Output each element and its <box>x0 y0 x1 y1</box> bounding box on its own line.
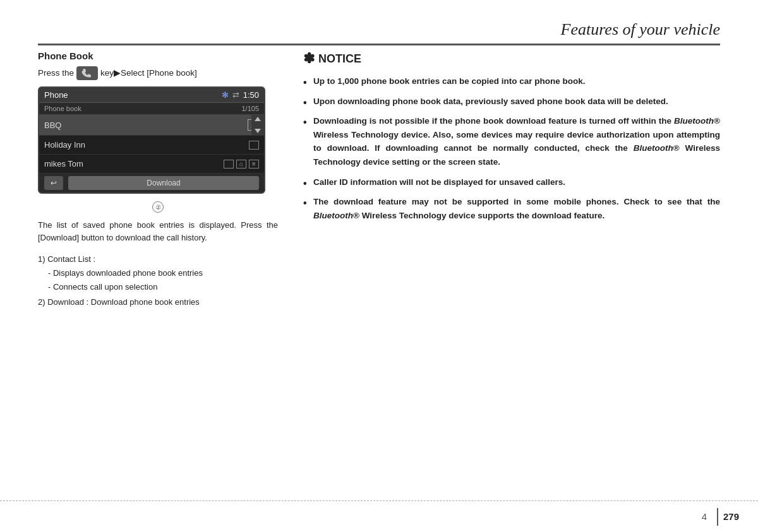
main-content: Phone Book Press the key▶Select [Phone b… <box>38 50 720 494</box>
notice-label: NOTICE <box>318 52 361 66</box>
left-column: Phone Book Press the key▶Select [Phone b… <box>38 50 278 494</box>
phone-footer: ↩ Download <box>39 174 264 192</box>
phone-row-holiday[interactable]: Holiday Inn <box>39 136 264 155</box>
row-mikestom-icons: ⌂ ≡ <box>224 160 259 168</box>
phone-header-title: Phone <box>44 90 68 100</box>
box-icon <box>249 141 259 150</box>
description-text: The list of saved phone book entries is … <box>38 219 278 244</box>
time-display: 1:50 <box>243 90 259 100</box>
phone-subheader: Phone book 1/105 <box>39 103 264 115</box>
section-title: Phone Book <box>38 50 278 61</box>
circle-2: ② <box>152 201 164 213</box>
phonebook-label: Phone book <box>44 105 81 112</box>
phone-list: ① BBQ ▲ Holiday Inn <box>39 115 264 174</box>
notice-title: ✽ NOTICE <box>303 50 720 67</box>
row-holiday-name: Holiday Inn <box>44 140 85 150</box>
icon1 <box>224 160 234 168</box>
page-footer: 4 279 <box>0 500 758 532</box>
arrow-icon: ⇄ <box>232 90 239 100</box>
list-item-2: 2) Download : Download phone book entrie… <box>38 296 278 309</box>
circle-2-container: ② <box>38 201 278 213</box>
phone-row-mikestom[interactable]: mikes Tom ⌂ ≡ <box>39 155 264 174</box>
list-item-1-label: 1) Contact List : <box>38 253 278 266</box>
icon3: ≡ <box>249 160 259 168</box>
numbered-list: 1) Contact List : - Displays downloaded … <box>38 253 278 309</box>
key-label: key▶Select [Phone book] <box>100 67 197 80</box>
chapter-number: 4 <box>702 511 712 522</box>
phone-back-button[interactable]: ↩ <box>44 176 63 190</box>
row-bbq-name: BBQ <box>44 121 61 130</box>
header-divider <box>38 44 720 45</box>
phone-header: Phone ✻ ⇄ 1:50 <box>39 88 264 103</box>
notice-list: Up to 1,000 phone book entries can be co… <box>303 74 720 222</box>
phone-key-button[interactable] <box>76 66 98 80</box>
footer-pagination: 4 279 <box>702 508 758 526</box>
phone-screen: Phone ✻ ⇄ 1:50 Phone book 1/105 ① BBQ <box>38 86 265 194</box>
row-mikestom-name: mikes Tom <box>44 159 83 168</box>
notice-item-4: Caller ID information will not be displa… <box>303 175 720 189</box>
scroll-bar[interactable] <box>251 115 264 135</box>
icon2: ⌂ <box>236 160 246 168</box>
bluetooth-icon: ✻ <box>222 90 229 100</box>
notice-item-2: Upon downloading phone book data, previo… <box>303 95 720 109</box>
page-header: Features of your vehicle <box>0 0 758 45</box>
scroll-up-icon <box>255 117 261 121</box>
scroll-down-icon <box>255 129 261 133</box>
list-item-1-sub1: - Displays downloaded phone book entries <box>38 267 278 280</box>
list-item-1-sub2: - Connects call upon selection <box>38 281 278 293</box>
phone-row-bbq[interactable]: ① BBQ ▲ <box>39 115 264 136</box>
phone-header-icons: ✻ ⇄ 1:50 <box>222 90 259 100</box>
press-instruction: Press the key▶Select [Phone book] <box>38 66 278 80</box>
page-title: Features of your vehicle <box>561 20 758 45</box>
row-holiday-icons <box>249 141 259 150</box>
notice-item-3: Downloading is not possible if the phone… <box>303 114 720 168</box>
right-column: ✽ NOTICE Up to 1,000 phone book entries … <box>303 50 720 494</box>
press-label: Press the <box>38 67 74 80</box>
notice-symbol: ✽ <box>303 50 315 67</box>
phone-icon <box>81 69 93 78</box>
phone-download-button[interactable]: Download <box>68 176 259 190</box>
footer-divider <box>717 508 718 526</box>
notice-item-1: Up to 1,000 phone book entries can be co… <box>303 74 720 88</box>
phonebook-count: 1/105 <box>241 105 259 112</box>
page-number: 279 <box>723 511 739 522</box>
notice-item-5: The download feature may not be supporte… <box>303 195 720 222</box>
